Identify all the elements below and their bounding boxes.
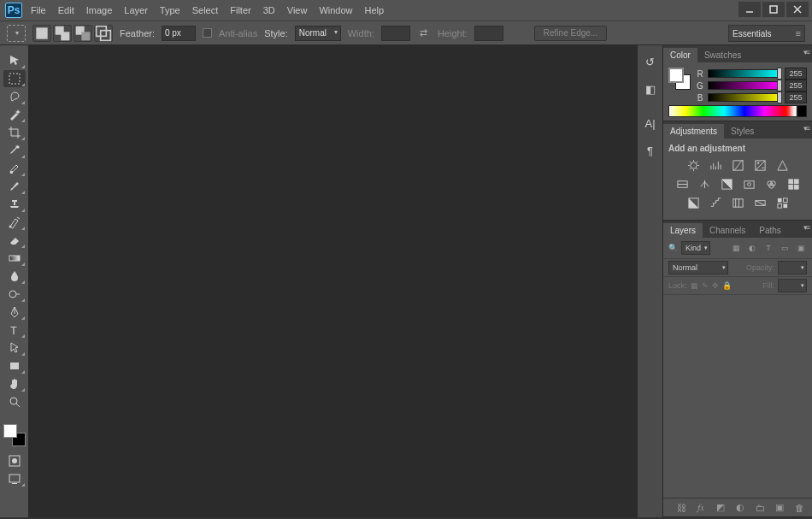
slider-r-value[interactable]: 255: [785, 68, 807, 80]
new-group-icon[interactable]: 🗀: [754, 502, 766, 514]
clone-stamp-tool-icon[interactable]: [3, 196, 26, 213]
tab-swatches[interactable]: Swatches: [697, 48, 748, 62]
slider-b[interactable]: [708, 93, 781, 102]
lock-pixels-icon[interactable]: ✎: [702, 281, 709, 290]
exposure-icon[interactable]: [753, 158, 767, 172]
menu-image[interactable]: Image: [86, 5, 113, 15]
paragraph-panel-icon[interactable]: ¶: [643, 143, 658, 158]
brush-tool-icon[interactable]: [3, 178, 26, 195]
layers-list[interactable]: [663, 295, 812, 498]
selective-color-icon[interactable]: [775, 196, 789, 209]
character-panel-icon[interactable]: A|: [643, 115, 658, 131]
menu-help[interactable]: Help: [365, 5, 385, 15]
type-tool-icon[interactable]: T: [3, 321, 26, 339]
menu-type[interactable]: Type: [160, 5, 180, 15]
channel-mixer-icon[interactable]: [764, 177, 778, 191]
move-tool-icon[interactable]: [3, 52, 26, 69]
screen-mode-icon[interactable]: [3, 470, 26, 487]
menu-view[interactable]: View: [287, 5, 308, 15]
intersect-selection-icon[interactable]: [94, 25, 113, 42]
color-swatch-front[interactable]: [668, 68, 684, 83]
new-layer-icon[interactable]: ▣: [774, 502, 786, 514]
workspace-dropdown[interactable]: Essentials: [728, 25, 805, 42]
new-fill-adjustment-icon[interactable]: ◐: [734, 502, 746, 514]
dodge-tool-icon[interactable]: [3, 286, 26, 303]
menu-select[interactable]: Select: [192, 5, 219, 15]
path-selection-tool-icon[interactable]: [3, 339, 26, 357]
canvas-area[interactable]: [29, 45, 637, 517]
refine-edge-button[interactable]: Refine Edge...: [534, 26, 607, 41]
magic-wand-tool-icon[interactable]: [3, 106, 26, 123]
color-lookup-icon[interactable]: [786, 177, 800, 191]
tab-channels[interactable]: Channels: [703, 223, 752, 238]
delete-layer-icon[interactable]: 🗑: [793, 502, 805, 514]
levels-icon[interactable]: [709, 158, 722, 172]
healing-brush-tool-icon[interactable]: [3, 160, 26, 177]
history-panel-icon[interactable]: ↺: [643, 54, 658, 69]
slider-g[interactable]: [708, 81, 781, 90]
tab-layers[interactable]: Layers: [663, 223, 703, 238]
invert-icon[interactable]: [686, 196, 700, 209]
menu-edit[interactable]: Edit: [58, 5, 74, 15]
layer-style-icon[interactable]: 𝑓𝑥: [695, 502, 707, 514]
gradient-tool-icon[interactable]: [3, 250, 26, 267]
threshold-icon[interactable]: [731, 196, 744, 209]
filter-smart-icon[interactable]: ▣: [795, 242, 807, 254]
feather-input[interactable]: [162, 26, 196, 41]
fill-dropdown[interactable]: [778, 279, 807, 292]
hand-tool-icon[interactable]: [3, 375, 26, 392]
eyedropper-tool-icon[interactable]: [3, 142, 26, 159]
properties-panel-icon[interactable]: ◧: [643, 81, 658, 97]
menu-file[interactable]: File: [31, 5, 46, 15]
tab-adjustments[interactable]: Adjustments: [663, 124, 724, 139]
height-input[interactable]: [474, 26, 503, 41]
lasso-tool-icon[interactable]: [3, 88, 26, 105]
color-balance-icon[interactable]: [697, 177, 711, 191]
black-white-icon[interactable]: [720, 177, 733, 191]
tab-color[interactable]: Color: [663, 48, 697, 62]
subtract-selection-icon[interactable]: [74, 25, 92, 42]
gradient-map-icon[interactable]: [753, 196, 767, 209]
foreground-color-swatch[interactable]: [3, 424, 17, 438]
eraser-tool-icon[interactable]: [3, 232, 26, 249]
hue-saturation-icon[interactable]: [675, 177, 689, 191]
slider-b-value[interactable]: 255: [785, 91, 807, 103]
layer-mask-icon[interactable]: ◩: [715, 502, 727, 514]
brightness-contrast-icon[interactable]: [686, 158, 700, 172]
swap-wh-icon[interactable]: ⇄: [417, 27, 431, 40]
blend-mode-dropdown[interactable]: Normal: [668, 261, 728, 274]
tab-paths[interactable]: Paths: [752, 223, 788, 238]
menu-3d[interactable]: 3D: [263, 5, 275, 15]
filter-type-icon[interactable]: T: [762, 242, 774, 254]
close-button[interactable]: [786, 2, 809, 17]
lock-position-icon[interactable]: ✥: [712, 281, 719, 290]
opacity-dropdown[interactable]: [778, 261, 807, 274]
vibrance-icon[interactable]: [775, 158, 789, 172]
width-input[interactable]: [381, 26, 410, 41]
marquee-tool-icon[interactable]: [3, 70, 26, 87]
menu-layer[interactable]: Layer: [124, 5, 148, 15]
filter-pixel-icon[interactable]: ▦: [730, 242, 742, 254]
minimize-button[interactable]: [738, 2, 761, 17]
slider-r[interactable]: [708, 69, 781, 78]
new-selection-icon[interactable]: [32, 25, 51, 42]
quick-mask-icon[interactable]: [3, 452, 26, 469]
menu-window[interactable]: Window: [319, 5, 352, 15]
rectangle-tool-icon[interactable]: [3, 357, 26, 375]
color-spectrum[interactable]: [668, 105, 807, 117]
foreground-background-color[interactable]: [3, 424, 26, 446]
blur-tool-icon[interactable]: [3, 268, 26, 285]
zoom-tool-icon[interactable]: [3, 393, 26, 410]
history-brush-tool-icon[interactable]: [3, 214, 26, 231]
antialias-checkbox[interactable]: [203, 28, 212, 38]
current-tool-preset[interactable]: [7, 25, 26, 42]
posterize-icon[interactable]: [709, 196, 722, 209]
curves-icon[interactable]: [731, 158, 744, 172]
style-dropdown[interactable]: Normal: [295, 26, 341, 41]
tab-styles[interactable]: Styles: [724, 124, 761, 139]
photo-filter-icon[interactable]: [742, 177, 756, 191]
filter-kind-dropdown[interactable]: Kind: [681, 241, 710, 255]
pen-tool-icon[interactable]: [3, 304, 26, 321]
add-selection-icon[interactable]: [53, 25, 72, 42]
slider-g-value[interactable]: 255: [785, 80, 807, 91]
